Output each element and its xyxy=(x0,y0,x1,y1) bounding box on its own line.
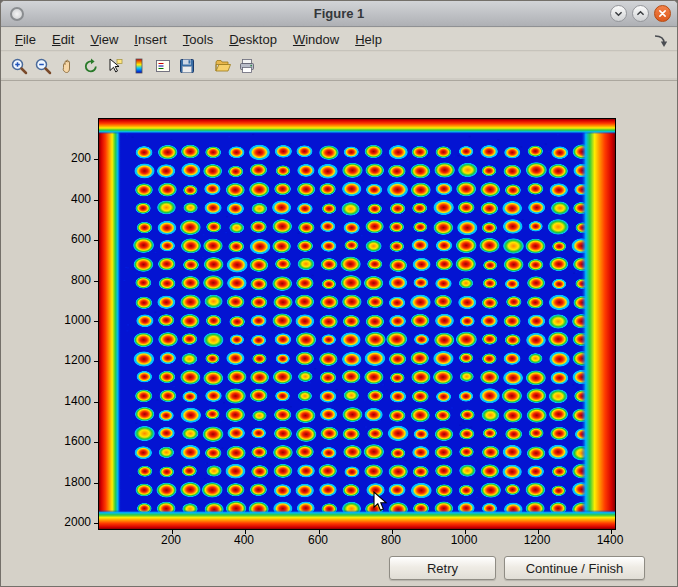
menu-window[interactable]: Window xyxy=(285,29,347,50)
x-tick-mark xyxy=(392,530,393,534)
y-tick-mark xyxy=(94,281,98,282)
y-tick-label: 1600 xyxy=(1,434,91,448)
y-tick-label: 1200 xyxy=(1,353,91,367)
x-tick-label: 1200 xyxy=(507,533,567,547)
chevron-down-icon xyxy=(611,6,626,21)
open-file-button[interactable] xyxy=(211,54,235,78)
y-tick-label: 1400 xyxy=(1,394,91,408)
zoom-in-button[interactable] xyxy=(7,54,31,78)
chevron-up-icon xyxy=(633,6,648,21)
menu-help[interactable]: Help xyxy=(347,29,390,50)
zoom-in-icon xyxy=(10,57,28,75)
zoom-out-button[interactable] xyxy=(31,54,55,78)
data-cursor-button[interactable] xyxy=(103,54,127,78)
window-title: Figure 1 xyxy=(1,6,677,21)
menu-edit[interactable]: Edit xyxy=(44,29,82,50)
y-tick-mark xyxy=(94,523,98,524)
y-tick-label: 2000 xyxy=(1,515,91,529)
save-icon xyxy=(178,57,196,75)
insert-legend-icon xyxy=(154,57,172,75)
save-figure-button[interactable] xyxy=(175,54,199,78)
pan-hand-icon xyxy=(58,57,76,75)
x-tick-label: 600 xyxy=(288,533,348,547)
continue-finish-button[interactable]: Continue / Finish xyxy=(504,556,645,580)
y-tick-label: 200 xyxy=(1,151,91,165)
x-tick-mark xyxy=(465,530,466,534)
dock-figure-button[interactable] xyxy=(651,31,669,49)
menu-view[interactable]: View xyxy=(82,29,126,50)
x-tick-label: 800 xyxy=(361,533,421,547)
x-tick-mark xyxy=(319,530,320,534)
menu-desktop[interactable]: Desktop xyxy=(221,29,285,50)
dock-figure-icon xyxy=(651,31,669,49)
y-tick-mark xyxy=(94,321,98,322)
maximize-button[interactable] xyxy=(632,5,649,22)
window-controls xyxy=(610,5,671,22)
zoom-out-icon xyxy=(34,57,52,75)
print-button[interactable] xyxy=(235,54,259,78)
menu-file[interactable]: File xyxy=(7,29,44,50)
y-tick-mark xyxy=(94,240,98,241)
close-icon xyxy=(655,6,670,21)
insert-colorbar-icon xyxy=(130,57,148,75)
x-tick-mark xyxy=(172,530,173,534)
y-tick-label: 1800 xyxy=(1,475,91,489)
y-tick-label: 400 xyxy=(1,192,91,206)
y-tick-mark xyxy=(94,200,98,201)
x-tick-mark xyxy=(538,530,539,534)
rotate-3d-icon xyxy=(82,57,100,75)
insert-legend-button[interactable] xyxy=(151,54,175,78)
y-tick-mark xyxy=(94,442,98,443)
minimize-button[interactable] xyxy=(610,5,627,22)
x-tick-mark xyxy=(611,530,612,534)
retry-button[interactable]: Retry xyxy=(389,556,496,580)
close-button[interactable] xyxy=(654,5,671,22)
y-tick-mark xyxy=(94,402,98,403)
plot-area xyxy=(98,118,616,530)
x-tick-label: 200 xyxy=(141,533,201,547)
x-tick-label: 1400 xyxy=(580,533,640,547)
plot-canvas[interactable] xyxy=(99,119,615,529)
rotate-3d-button[interactable] xyxy=(79,54,103,78)
y-tick-label: 800 xyxy=(1,273,91,287)
insert-colorbar-button[interactable] xyxy=(127,54,151,78)
y-tick-mark xyxy=(94,159,98,160)
y-tick-mark xyxy=(94,361,98,362)
toolbar-separator xyxy=(199,54,211,78)
y-tick-label: 1000 xyxy=(1,313,91,327)
y-tick-mark xyxy=(94,483,98,484)
data-cursor-icon xyxy=(106,57,124,75)
menu-insert[interactable]: Insert xyxy=(126,29,175,50)
y-tick-label: 600 xyxy=(1,232,91,246)
figure-window: Figure 1 File Edit View Insert Tools Des… xyxy=(0,0,678,587)
menu-tools[interactable]: Tools xyxy=(175,29,221,50)
menubar: File Edit View Insert Tools Desktop Wind… xyxy=(1,28,677,51)
x-tick-label: 400 xyxy=(214,533,274,547)
printer-icon xyxy=(238,57,256,75)
pan-button[interactable] xyxy=(55,54,79,78)
x-tick-mark xyxy=(245,530,246,534)
figure-toolbar xyxy=(1,52,677,81)
x-tick-label: 1000 xyxy=(434,533,494,547)
titlebar[interactable]: Figure 1 xyxy=(1,1,677,27)
open-folder-icon xyxy=(214,57,232,75)
